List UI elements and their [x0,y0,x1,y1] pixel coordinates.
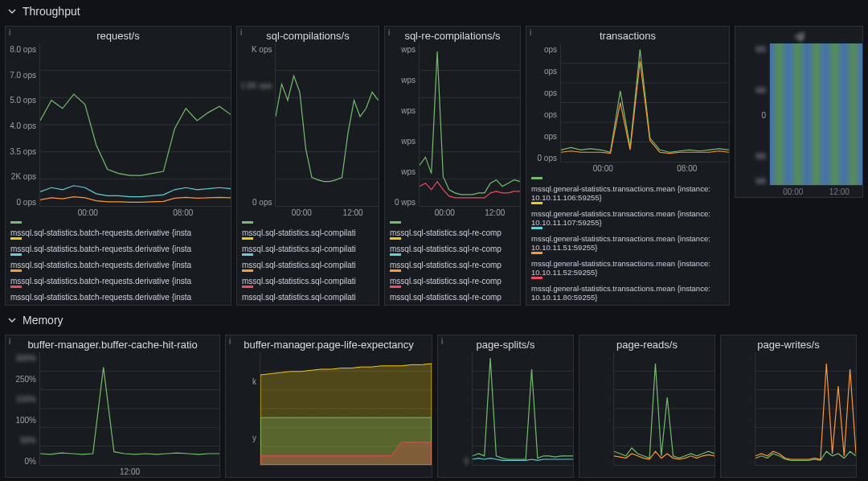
memory-panels-row: i buffer-manager.buffer-cache-hit-ratio … [0,331,868,481]
legend: mssql.general-statistics.transactions.me… [526,174,729,305]
chart-area[interactable]: 12:00 [39,352,219,466]
chart-area[interactable]: 00:00 08:00 [560,43,729,162]
panel-recompilations[interactable]: i sql-re-compilations/s wps wps wps wps … [384,26,521,306]
legend: mssql.sql-statistics.sql-re-comp mssql.s… [385,218,520,305]
info-icon[interactable]: i [240,28,242,37]
panel-page-writes[interactable]: page-writes/s ······ [720,335,857,478]
panel-compilations[interactable]: i sql-compilations/s K ops 1.5K ops 0 op… [236,26,379,306]
panel-page-life[interactable]: i buffer-manager.page-life-expectancy k … [225,335,432,478]
x-axis: 00:00 08:00 [561,164,729,173]
x-axis: 00:00 12:00 [420,208,520,217]
panel-title: buffer-manager.buffer-cache-hit-ratio [6,335,219,352]
info-icon[interactable]: i [530,28,531,37]
section-title: Throughput [23,5,80,18]
info-icon[interactable]: i [9,337,10,346]
x-axis: 00:00 12:00 [770,187,862,196]
panel-title: buffer-manager.page-life-expectancy [226,335,432,352]
y-axis: k y [226,352,260,477]
panel-title: sql-re-compilations/s [385,27,520,43]
chart-area[interactable]: 00:00 12:00 [769,43,862,186]
panel-small[interactable]: ·ql Mil Mil 0 Mil Mil 00:00 12:00 [735,26,863,198]
panel-title: page-splits/s [438,335,573,352]
info-icon[interactable]: i [9,28,10,37]
panel-title: sql-compilations/s [237,27,379,43]
section-header-throughput[interactable]: Throughput [0,0,868,23]
panel-title: request/s [6,27,231,43]
chart-area[interactable]: 00:00 12:00 [275,43,379,207]
x-axis: 00:00 12:00 [276,208,379,217]
chart-area[interactable]: 00:00 08:00 [39,43,231,207]
y-axis: ······ [721,352,755,477]
legend: mssql.sql-statistics.sql-compilati mssql… [237,218,379,305]
y-axis: Mil Mil 0 Mil Mil [735,43,769,197]
panel-title: transactions [526,27,729,43]
throughput-panels-row: i request/s 8.0 ops 7.0 ops 5.0 ops 4.0 … [0,23,868,309]
y-axis: 300% 250% 150% 100% 50% 0% [6,352,39,477]
panel-title: page-writes/s [721,335,856,352]
info-icon[interactable]: i [388,28,390,37]
panel-title: ·ql [735,27,862,43]
panel-title: page-reads/s [579,335,714,352]
panel-requests[interactable]: i request/s 8.0 ops 7.0 ops 5.0 ops 4.0 … [5,26,231,306]
y-axis: wps wps wps wps wps 0 wps [385,43,419,218]
panel-page-reads[interactable]: page-reads/s ······ [579,335,715,478]
x-axis: 00:00 08:00 [40,208,231,217]
chart-area[interactable] [613,352,714,466]
y-axis: K ops 1.5K ops 0 ops [237,43,275,218]
y-axis: ops ops ops ops ops 0 ops [526,43,560,174]
x-axis: 12:00 [40,467,219,476]
panel-page-splits[interactable]: i page-splits/s ····· 0 [437,335,574,478]
y-axis: 8.0 ops 7.0 ops 5.0 ops 4.0 ops 3.5 ops … [6,43,39,218]
chevron-down-icon [6,314,18,326]
chart-area[interactable] [755,352,856,466]
panel-transactions[interactable]: i transactions ops ops ops ops ops 0 ops… [526,26,730,306]
panel-buffer-hit[interactable]: i buffer-manager.buffer-cache-hit-ratio … [5,335,220,478]
chart-area[interactable] [260,352,432,466]
info-icon[interactable]: i [229,337,231,346]
section-title: Memory [23,314,63,327]
chart-area[interactable] [472,352,573,466]
chart-area[interactable]: 00:00 12:00 [419,43,520,207]
y-axis: ····· 0 [438,352,472,477]
legend: mssql.sql-statistics.batch-requests.deri… [6,218,231,305]
section-header-memory[interactable]: Memory [0,309,868,331]
y-axis: ······ [579,352,613,477]
chevron-down-icon [6,6,18,17]
info-icon[interactable]: i [441,337,443,346]
